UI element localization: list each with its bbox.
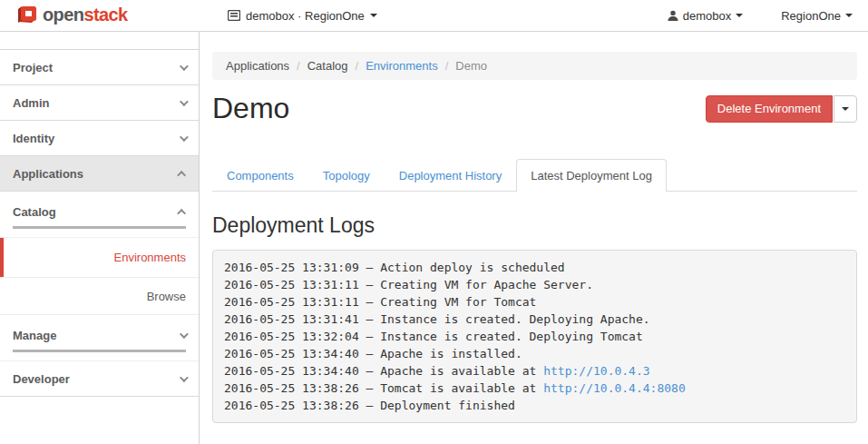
region-menu[interactable]: RegionOne — [781, 9, 853, 23]
breadcrumb-item-environments[interactable]: Environments — [366, 59, 437, 73]
user-icon — [668, 10, 678, 22]
log-link[interactable]: http://10.0.4.3 — [543, 364, 649, 378]
tab-bar: ComponentsTopologyDeployment HistoryLate… — [212, 159, 857, 192]
chevron-down-icon — [180, 330, 189, 339]
caret-down-icon — [842, 107, 849, 111]
openstack-wordmark: openstack — [43, 5, 128, 24]
chevron-down-icon — [180, 62, 189, 71]
log-line: 2016-05-25 13:31:41 — Instance is create… — [224, 311, 845, 328]
delete-environment-dropdown-toggle[interactable] — [834, 95, 857, 123]
sidebar-item-label: Manage — [13, 329, 56, 342]
breadcrumb: Applications/Catalog/Environments/Demo — [212, 52, 857, 80]
user-menu[interactable]: demobox — [668, 9, 743, 23]
sidebar-item-project[interactable]: Project — [0, 50, 199, 85]
tab-topology[interactable]: Topology — [308, 159, 385, 192]
sidebar-item-label: Applications — [13, 167, 83, 181]
page-header: Demo Delete Environment — [212, 92, 857, 125]
log-line: 2016-05-25 13:34:40 — Apache is installe… — [224, 345, 845, 362]
top-navbar: openstack demobox · RegionOne demobox — [0, 0, 868, 32]
log-link[interactable]: http://10.0.4.4:8080 — [543, 381, 686, 395]
sidebar-item-applications[interactable]: Applications — [0, 156, 199, 192]
main-content: Applications/Catalog/Environments/Demo D… — [200, 32, 868, 444]
sidebar-item-admin[interactable]: Admin — [0, 85, 199, 121]
sidebar-top-strip — [0, 32, 199, 50]
log-line: 2016-05-25 13:31:11 — Creating VM for To… — [224, 293, 845, 311]
sidebar: ProjectAdminIdentityApplicationsCatalogE… — [0, 32, 200, 444]
openstack-logo[interactable]: openstack — [15, 4, 128, 25]
page-title: Demo — [212, 92, 289, 125]
project-list-icon — [228, 10, 240, 21]
tab-deployment-history[interactable]: Deployment History — [385, 159, 516, 192]
log-line: 2016-05-25 13:38:26 — Tomcat is availabl… — [224, 380, 845, 397]
caret-down-icon — [845, 14, 853, 17]
log-line: 2016-05-25 13:32:04 — Instance is create… — [224, 328, 845, 345]
caret-down-icon — [736, 14, 743, 17]
project-context-switcher[interactable]: demobox · RegionOne — [228, 0, 377, 31]
sidebar-item-developer[interactable]: Developer — [0, 361, 199, 397]
deployment-log-box: 2016-05-25 13:31:09 — Action deploy is s… — [212, 250, 857, 423]
delete-environment-split-button: Delete Environment — [706, 95, 857, 123]
tab-components[interactable]: Components — [212, 159, 308, 192]
context-switcher-label: demobox · RegionOne — [246, 9, 365, 23]
breadcrumb-item-demo: Demo — [455, 59, 487, 73]
breadcrumb-separator: / — [438, 59, 456, 73]
breadcrumb-item-catalog: Catalog — [307, 59, 348, 73]
sidebar-item-identity[interactable]: Identity — [0, 121, 199, 156]
region-menu-label: RegionOne — [781, 9, 841, 23]
openstack-cube-icon — [15, 4, 38, 25]
section-underline — [13, 350, 186, 352]
log-line: 2016-05-25 13:34:40 — Apache is availabl… — [224, 362, 845, 380]
user-menu-label: demobox — [683, 9, 731, 23]
sidebar-item-label: Developer — [13, 372, 70, 386]
sidebar-item-label: Catalog — [13, 205, 56, 219]
section-underline — [13, 226, 186, 229]
sidebar-item-catalog[interactable]: Catalog — [0, 192, 199, 238]
breadcrumb-separator: / — [348, 59, 366, 73]
sidebar-item-manage[interactable]: Manage — [0, 315, 199, 361]
sidebar-item-label: Browse — [147, 290, 186, 303]
caret-down-icon — [370, 14, 377, 17]
log-line: 2016-05-25 13:38:26 — Deployment finishe… — [224, 397, 845, 414]
chevron-up-icon — [177, 209, 186, 218]
sidebar-item-label: Identity — [13, 132, 54, 145]
log-line: 2016-05-25 13:31:09 — Action deploy is s… — [224, 259, 845, 276]
breadcrumb-separator: / — [289, 59, 307, 73]
breadcrumb-item-applications: Applications — [226, 59, 289, 73]
topbar-right-menus: demobox RegionOne — [668, 0, 853, 31]
sidebar-item-label: Admin — [13, 96, 49, 110]
deployment-logs-heading: Deployment Logs — [212, 213, 857, 238]
chevron-down-icon — [180, 97, 189, 106]
chevron-down-icon — [180, 133, 189, 142]
chevron-up-icon — [177, 170, 186, 179]
sidebar-item-browse[interactable]: Browse — [0, 278, 199, 315]
log-line: 2016-05-25 13:31:11 — Creating VM for Ap… — [224, 276, 845, 293]
delete-environment-button[interactable]: Delete Environment — [706, 95, 833, 123]
tab-latest-deployment-log[interactable]: Latest Deployment Log — [516, 159, 667, 192]
sidebar-item-label: Project — [13, 61, 53, 74]
chevron-down-icon — [180, 373, 189, 382]
sidebar-item-environments[interactable]: Environments — [0, 238, 199, 278]
sidebar-item-label: Environments — [114, 251, 186, 264]
